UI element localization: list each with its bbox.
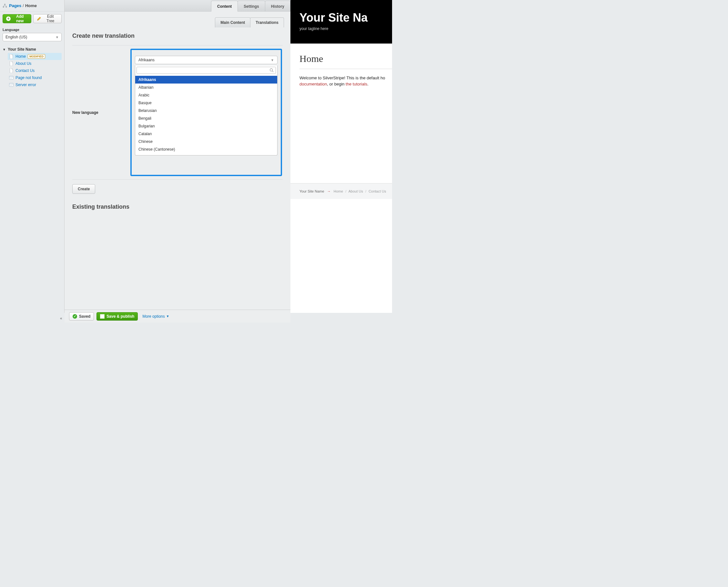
language-option[interactable]: Bengali: [135, 115, 277, 122]
preview-text: .: [367, 81, 368, 87]
language-combo[interactable]: Afrikaans ▼: [135, 56, 277, 64]
tree-root[interactable]: ▼ Your Site Name: [3, 46, 62, 53]
preview-footer-link[interactable]: Contact Us: [368, 189, 386, 193]
sitemap-icon: [3, 3, 7, 8]
saved-label: Saved: [79, 314, 90, 319]
language-label: Language: [3, 28, 62, 31]
preview-hero: Your Site Na your tagline here: [291, 0, 392, 44]
page-icon: [9, 68, 14, 73]
breadcrumb-current: Home: [25, 3, 37, 8]
language-option[interactable]: Belarusian: [135, 107, 277, 115]
language-option[interactable]: Chinese (Cantonese): [135, 145, 277, 153]
chevron-down-icon: ▼: [271, 58, 274, 62]
add-new-label: Add new: [12, 14, 28, 23]
language-option[interactable]: Basque: [135, 99, 277, 107]
preview-paragraph: Welcome to SilverStripe! This is the def…: [299, 75, 392, 80]
server-icon: [9, 83, 14, 87]
tab-settings[interactable]: Settings: [237, 1, 265, 11]
preview-pane: Your Site Na your tagline here Home Welc…: [291, 0, 392, 313]
tree-item-notfound[interactable]: Page not found: [8, 74, 62, 81]
save-icon: [100, 314, 105, 319]
svg-rect-0: [4, 3, 5, 5]
bottom-bar: ✓ Saved Save & publish More options ▼: [65, 310, 291, 323]
collapse-sidebar[interactable]: «: [60, 316, 62, 321]
preview-text: , or begin: [327, 81, 346, 87]
preview-link-tutorials[interactable]: the tutorials: [346, 81, 367, 87]
plus-icon: +: [6, 17, 10, 21]
language-option[interactable]: Albanian: [135, 84, 277, 91]
tree-item-label: Server error: [16, 83, 36, 87]
tree-item-about[interactable]: About Us: [8, 60, 62, 67]
svg-rect-1: [3, 6, 4, 7]
language-option[interactable]: Afrikaans: [135, 76, 277, 84]
breadcrumb: Pages / Home: [0, 0, 64, 11]
edit-tree-label: Edit Tree: [43, 14, 58, 23]
svg-point-5: [270, 69, 273, 71]
existing-translations-heading: Existing translations: [72, 204, 283, 210]
tree-item-label: Page not found: [16, 75, 42, 80]
language-dropdown-highlight: Afrikaans ▼ Afrikaans Albanian: [130, 49, 282, 176]
new-language-label: New language: [72, 110, 130, 115]
tree-list: Home MODIFIED About Us Contact Us Page n…: [8, 53, 62, 88]
language-combo-value: Afrikaans: [138, 58, 155, 62]
tree-item-contact[interactable]: Contact Us: [8, 67, 62, 74]
svg-rect-3: [9, 76, 13, 80]
more-options[interactable]: More options ▼: [142, 314, 169, 319]
preview-tagline: your tagline here: [299, 26, 392, 31]
tree-item-label: Home: [16, 54, 26, 59]
preview-page-title: Home: [299, 53, 392, 69]
tree-root-label: Your Site Name: [8, 47, 36, 52]
arrow-icon: →: [327, 189, 331, 193]
edit-tree-button[interactable]: Edit Tree: [33, 14, 62, 23]
language-dropdown-panel: Afrikaans Albanian Arabic Basque Belarus…: [135, 66, 277, 156]
language-search-input[interactable]: [137, 67, 276, 74]
tree-item-home[interactable]: Home MODIFIED: [8, 53, 62, 60]
language-option-list: Afrikaans Albanian Arabic Basque Belarus…: [135, 74, 277, 155]
preview-footer-link[interactable]: About Us: [348, 189, 363, 193]
preview-footer: Your Site Name → Home / About Us / Conta…: [291, 183, 392, 199]
tree-item-label: Contact Us: [16, 68, 35, 73]
tree-item-servererr[interactable]: Server error: [8, 81, 62, 88]
breadcrumb-root[interactable]: Pages: [9, 3, 21, 8]
preview-footer-site: Your Site Name: [299, 189, 324, 193]
breadcrumb-separator: /: [23, 3, 24, 8]
modified-badge: MODIFIED: [28, 54, 45, 59]
save-publish-button[interactable]: Save & publish: [96, 312, 138, 321]
create-button[interactable]: Create: [72, 184, 95, 194]
tree-toggle-icon: ▼: [3, 48, 6, 51]
add-new-button[interactable]: + Add new: [3, 14, 31, 23]
preview-text: Welcome to SilverStripe! This is the def…: [299, 75, 385, 80]
save-publish-label: Save & publish: [107, 314, 134, 319]
tab-history[interactable]: History: [265, 1, 291, 11]
saved-status: ✓ Saved: [69, 312, 94, 321]
chevron-down-icon: ▼: [166, 314, 169, 318]
more-options-label: More options: [142, 314, 164, 319]
language-option[interactable]: Arabic: [135, 91, 277, 99]
preview-footer-link[interactable]: Home: [334, 189, 343, 193]
sidebar: Pages / Home + Add new Edit Tree Languag…: [0, 0, 65, 313]
subtab-translations[interactable]: Translations: [250, 18, 284, 27]
language-option[interactable]: Chinese: [135, 138, 277, 145]
language-value: English (US): [5, 35, 27, 39]
tree-item-label: About Us: [16, 61, 31, 66]
page-icon: [9, 61, 14, 66]
main-panel: Content Settings History Main Content Tr…: [65, 0, 291, 313]
page-icon: [9, 54, 14, 59]
create-translation-heading: Create new translation: [72, 32, 283, 39]
top-tabs: Content Settings History: [65, 0, 291, 11]
svg-rect-2: [6, 6, 7, 7]
check-icon: ✓: [73, 314, 77, 319]
language-option[interactable]: Bulgarian: [135, 122, 277, 130]
chevron-down-icon: ▼: [55, 36, 59, 39]
language-select[interactable]: English (US) ▼: [3, 33, 62, 41]
pencil-icon: [37, 17, 41, 21]
preview-link-documentation[interactable]: documentation: [299, 81, 327, 87]
search-icon: [270, 68, 274, 73]
preview-paragraph-2: documentation, or begin the tutorials.: [299, 81, 392, 87]
language-option[interactable]: Catalan: [135, 130, 277, 138]
tab-content[interactable]: Content: [211, 1, 238, 11]
subtab-main-content[interactable]: Main Content: [215, 18, 250, 27]
svg-rect-4: [9, 83, 13, 87]
notfound-icon: [9, 75, 14, 80]
sub-tabs: Main Content Translations: [65, 11, 291, 27]
